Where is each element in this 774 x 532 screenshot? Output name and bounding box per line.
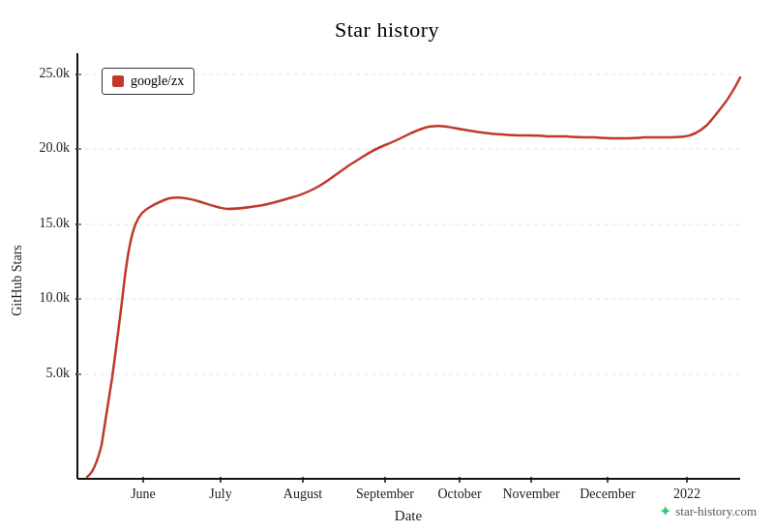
legend-box: google/zx — [102, 68, 194, 95]
watermark: ✦ star-history.com — [659, 502, 757, 520]
legend-label: google/zx — [131, 74, 184, 89]
svg-text:September: September — [356, 487, 414, 501]
svg-text:August: August — [283, 487, 323, 501]
svg-text:November: November — [502, 487, 559, 501]
svg-text:20.0k: 20.0k — [40, 140, 71, 155]
svg-text:June: June — [131, 487, 156, 501]
watermark-text: star-history.com — [675, 504, 757, 519]
chart-container: Star history 25.0k 20.0k 15.0k 10.0k 5.0… — [0, 0, 774, 532]
svg-text:July: July — [209, 487, 231, 501]
star-icon: ✦ — [659, 502, 671, 520]
svg-text:5.0k: 5.0k — [46, 366, 71, 380]
svg-text:October: October — [437, 487, 481, 501]
svg-text:10.0k: 10.0k — [40, 290, 71, 305]
legend-color-swatch — [112, 75, 124, 87]
svg-text:2022: 2022 — [673, 487, 700, 501]
svg-text:25.0k: 25.0k — [40, 66, 71, 80]
svg-text:December: December — [580, 487, 636, 501]
svg-text:GitHub Stars: GitHub Stars — [10, 245, 24, 316]
svg-text:Date: Date — [395, 508, 423, 523]
svg-text:15.0k: 15.0k — [40, 216, 71, 230]
